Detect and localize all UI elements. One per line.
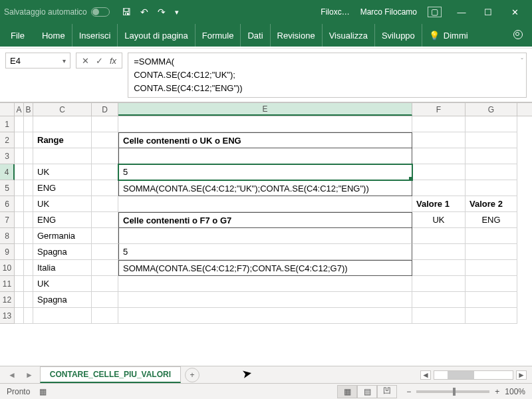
- cell[interactable]: [466, 164, 517, 180]
- cell[interactable]: 5: [118, 244, 412, 260]
- row-header[interactable]: 7: [0, 212, 15, 228]
- row-header[interactable]: 2: [0, 132, 15, 148]
- cell[interactable]: [466, 244, 517, 260]
- cell[interactable]: [412, 292, 466, 308]
- cell[interactable]: [15, 228, 24, 244]
- tab-developer[interactable]: Sviluppo: [375, 24, 422, 47]
- cell[interactable]: [15, 212, 24, 228]
- autosave-toggle-group[interactable]: Salvataggio automatico: [4, 7, 110, 17]
- row-header[interactable]: 10: [0, 260, 15, 276]
- row-header[interactable]: 6: [0, 196, 15, 212]
- undo-icon[interactable]: ↶: [140, 7, 148, 17]
- cell[interactable]: [412, 228, 466, 244]
- cell[interactable]: Range: [33, 132, 92, 148]
- cell[interactable]: [92, 260, 118, 276]
- autosave-toggle[interactable]: [91, 7, 110, 17]
- add-sheet-button[interactable]: +: [185, 368, 200, 382]
- cell[interactable]: Germania: [33, 228, 92, 244]
- cell[interactable]: [24, 148, 33, 164]
- cell[interactable]: [15, 292, 24, 308]
- cell[interactable]: Celle contenenti o UK o ENG: [118, 132, 412, 148]
- tab-review[interactable]: Revisione: [271, 24, 323, 47]
- scroll-left-icon[interactable]: ◄: [420, 370, 431, 380]
- cell[interactable]: [15, 164, 24, 180]
- cell[interactable]: [15, 276, 24, 292]
- cell[interactable]: [92, 116, 118, 132]
- maximize-button[interactable]: ☐: [475, 0, 501, 24]
- ribbon-display-icon[interactable]: ▢: [428, 7, 442, 17]
- cell[interactable]: [24, 308, 33, 324]
- enter-formula-icon[interactable]: ✓: [96, 56, 103, 66]
- scroll-right-icon[interactable]: ►: [516, 370, 527, 380]
- tab-layout[interactable]: Layout di pagina: [118, 24, 195, 47]
- macro-record-icon[interactable]: ▦: [39, 387, 47, 396]
- cell[interactable]: [92, 228, 118, 244]
- cell[interactable]: [24, 180, 33, 196]
- tell-me[interactable]: 💡 Dimmi: [429, 31, 468, 41]
- cell[interactable]: [412, 180, 466, 196]
- cell[interactable]: ENG: [466, 212, 517, 228]
- scroll-thumb[interactable]: [448, 371, 474, 379]
- view-normal-icon[interactable]: ▦: [337, 385, 357, 398]
- row-header[interactable]: 12: [0, 292, 15, 308]
- name-box-dropdown-icon[interactable]: ▾: [63, 57, 66, 65]
- col-header-E[interactable]: E: [118, 103, 412, 116]
- col-header-C[interactable]: C: [33, 103, 92, 116]
- cell[interactable]: [466, 260, 517, 276]
- cell[interactable]: [92, 196, 118, 212]
- cancel-formula-icon[interactable]: ✕: [82, 56, 89, 66]
- close-button[interactable]: ✕: [501, 0, 528, 24]
- cell[interactable]: [466, 276, 517, 292]
- cell[interactable]: Valore 1: [412, 196, 466, 212]
- save-icon[interactable]: 🖫: [122, 7, 131, 17]
- cell[interactable]: [24, 244, 33, 260]
- cell[interactable]: Valore 2: [466, 196, 517, 212]
- cell[interactable]: [412, 164, 466, 180]
- fx-icon[interactable]: fx: [110, 56, 116, 66]
- cell[interactable]: [412, 244, 466, 260]
- view-page-layout-icon[interactable]: ▤: [357, 385, 377, 398]
- cell-selected[interactable]: 5: [118, 164, 412, 180]
- cell[interactable]: [466, 116, 517, 132]
- cell[interactable]: [412, 132, 466, 148]
- cell[interactable]: [118, 228, 412, 244]
- formula-input[interactable]: =SOMMA( CONTA.SE(C4:C12;"UK"); CONTA.SE(…: [128, 53, 527, 98]
- cell[interactable]: [92, 132, 118, 148]
- sheet-nav-prev-icon[interactable]: ◄: [5, 370, 19, 380]
- cell[interactable]: [15, 180, 24, 196]
- cell[interactable]: [24, 212, 33, 228]
- cell[interactable]: ENG: [33, 212, 92, 228]
- cell[interactable]: [466, 180, 517, 196]
- cell[interactable]: [412, 308, 466, 324]
- zoom-slider[interactable]: [416, 390, 489, 393]
- cell[interactable]: [92, 292, 118, 308]
- zoom-level[interactable]: 100%: [505, 387, 525, 396]
- cell[interactable]: [466, 292, 517, 308]
- cell[interactable]: Spagna: [33, 244, 92, 260]
- row-header[interactable]: 13: [0, 308, 15, 324]
- cell[interactable]: [92, 148, 118, 164]
- cell[interactable]: UK: [33, 164, 92, 180]
- tab-formulas[interactable]: Formule: [196, 24, 241, 47]
- row-header[interactable]: 3: [0, 148, 15, 164]
- cell[interactable]: Italia: [33, 260, 92, 276]
- cell[interactable]: [466, 308, 517, 324]
- cell[interactable]: [24, 292, 33, 308]
- row-header[interactable]: 11: [0, 276, 15, 292]
- horizontal-scrollbar[interactable]: ◄ ►: [420, 370, 527, 380]
- cell[interactable]: [92, 164, 118, 180]
- cell[interactable]: [92, 308, 118, 324]
- select-all-corner[interactable]: [0, 103, 15, 116]
- cell[interactable]: [15, 260, 24, 276]
- col-header-A[interactable]: A: [15, 103, 24, 116]
- cell[interactable]: [33, 116, 92, 132]
- tab-insert[interactable]: Inserisci: [72, 24, 118, 47]
- cell[interactable]: [24, 132, 33, 148]
- tab-view[interactable]: Visualizza: [323, 24, 375, 47]
- cell[interactable]: [33, 148, 92, 164]
- col-header-B[interactable]: B: [24, 103, 33, 116]
- cell[interactable]: [24, 228, 33, 244]
- cell[interactable]: ENG: [33, 180, 92, 196]
- cell[interactable]: [118, 292, 412, 308]
- cell[interactable]: [118, 276, 412, 292]
